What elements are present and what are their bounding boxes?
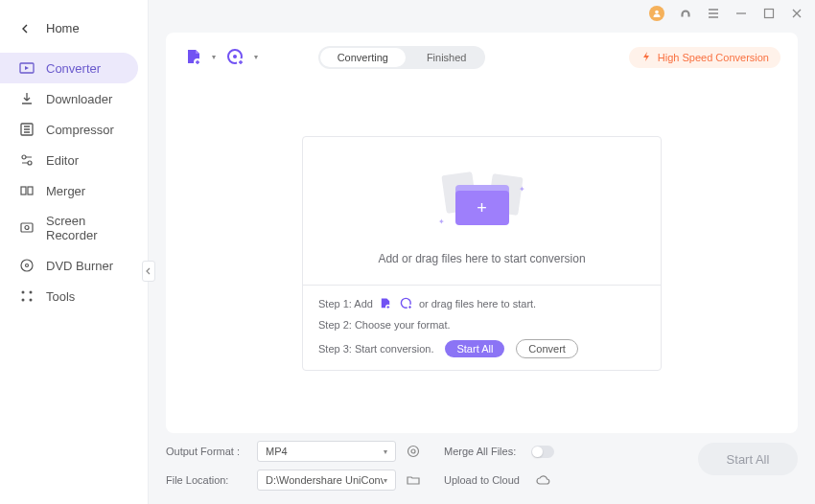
content-card: ▾ ▾ Converting Finished High Speed Conve… xyxy=(166,33,798,433)
cloud-icon[interactable] xyxy=(535,472,550,488)
svg-rect-5 xyxy=(28,187,33,195)
chevron-down-icon: ▾ xyxy=(254,53,258,61)
merge-toggle[interactable] xyxy=(531,446,554,458)
svg-point-13 xyxy=(30,299,33,302)
avatar-icon[interactable] xyxy=(649,6,664,21)
sidebar-item-merger[interactable]: Merger xyxy=(0,175,148,206)
sidebar-item-label: Screen Recorder xyxy=(46,214,128,242)
step-1-prefix: Step 1: Add xyxy=(318,298,373,309)
tools-icon xyxy=(19,288,35,304)
svg-point-24 xyxy=(411,449,415,453)
settings-icon[interactable] xyxy=(406,444,421,459)
sidebar-item-label: Editor xyxy=(46,153,79,168)
bottom-bar: Output Format : MP4 ▾ Merge All Files: F… xyxy=(166,441,798,491)
upload-cloud-label: Upload to Cloud xyxy=(444,474,520,486)
step-3-text: Step 3: Start conversion. xyxy=(318,343,433,355)
folder-illustration: + ✦ ✦ xyxy=(434,168,530,235)
dvd-icon xyxy=(19,258,35,273)
merge-label: Merge All Files: xyxy=(444,446,516,457)
drop-zone-steps: Step 1: Add or drag files here to start.… xyxy=(303,285,661,370)
output-format-select[interactable]: MP4 ▾ xyxy=(257,441,396,462)
svg-point-23 xyxy=(408,447,419,457)
start-all-hint-button[interactable]: Start All xyxy=(445,340,504,357)
card-toolbar: ▾ ▾ Converting Finished High Speed Conve… xyxy=(166,46,798,82)
chevron-down-icon: ▾ xyxy=(212,53,216,61)
svg-point-14 xyxy=(655,11,659,14)
svg-rect-15 xyxy=(764,10,773,18)
sidebar-item-compressor[interactable]: Compressor xyxy=(0,114,148,145)
svg-point-3 xyxy=(28,161,32,165)
sidebar-item-recorder[interactable]: Screen Recorder xyxy=(0,206,148,250)
maximize-icon[interactable] xyxy=(761,7,776,21)
drop-zone[interactable]: + ✦ ✦ Add or drag files here to start co… xyxy=(302,136,662,371)
sidebar-item-label: Merger xyxy=(46,184,85,198)
add-buttons: ▾ ▾ xyxy=(183,47,246,68)
sidebar-item-label: Downloader xyxy=(46,92,112,106)
merger-icon xyxy=(19,183,35,198)
file-location-label: File Location: xyxy=(166,474,247,486)
close-icon[interactable] xyxy=(789,7,803,21)
file-location-select[interactable]: D:\Wondershare UniConverter 1 ▾ xyxy=(257,470,396,491)
plus-icon: + xyxy=(477,198,487,218)
svg-rect-4 xyxy=(21,187,26,195)
convert-hint-button[interactable]: Convert xyxy=(516,339,578,358)
back-icon[interactable] xyxy=(19,22,33,35)
downloader-icon xyxy=(19,91,35,106)
minimize-icon[interactable] xyxy=(734,7,748,21)
sidebar-item-downloader[interactable]: Downloader xyxy=(0,83,148,114)
start-all-button[interactable]: Start All xyxy=(698,443,798,475)
svg-point-7 xyxy=(25,226,29,230)
editor-icon xyxy=(19,152,35,168)
step-1-suffix: or drag files here to start. xyxy=(419,298,536,309)
svg-point-10 xyxy=(22,291,25,294)
step-1: Step 1: Add or drag files here to start. xyxy=(318,297,645,310)
sidebar: Home Converter Downloader Compressor Edi… xyxy=(0,0,149,504)
compressor-icon xyxy=(19,122,35,137)
add-dvd-button[interactable]: ▾ xyxy=(225,47,246,68)
sidebar-item-tools[interactable]: Tools xyxy=(0,281,148,311)
svg-point-8 xyxy=(21,260,33,271)
high-speed-badge[interactable]: High Speed Conversion xyxy=(629,47,780,68)
drop-zone-upper: + ✦ ✦ Add or drag files here to start co… xyxy=(303,137,661,285)
tab-finished[interactable]: Finished xyxy=(408,46,486,69)
svg-point-9 xyxy=(26,264,29,267)
headset-icon[interactable] xyxy=(678,7,692,21)
svg-point-12 xyxy=(22,299,25,302)
drop-zone-text: Add or drag files here to start conversi… xyxy=(322,252,641,265)
chevron-down-icon: ▾ xyxy=(384,476,387,485)
sidebar-item-editor[interactable]: Editor xyxy=(0,145,148,175)
main: ▾ ▾ Converting Finished High Speed Conve… xyxy=(149,0,815,504)
titlebar xyxy=(149,0,815,25)
high-speed-label: High Speed Conversion xyxy=(658,52,769,63)
sidebar-item-dvd[interactable]: DVD Burner xyxy=(0,250,148,281)
recorder-icon xyxy=(19,220,35,236)
svg-point-2 xyxy=(22,155,26,159)
add-file-button[interactable]: ▾ xyxy=(183,47,204,68)
home-label[interactable]: Home xyxy=(46,21,80,35)
folder-open-icon[interactable] xyxy=(406,472,421,488)
tab-control: Converting Finished xyxy=(318,46,486,69)
menu-icon[interactable] xyxy=(706,7,720,21)
add-dvd-mini-icon xyxy=(400,297,413,310)
svg-point-18 xyxy=(233,55,237,58)
sparkle-icon: ✦ xyxy=(519,185,524,191)
step-2: Step 2: Choose your format. xyxy=(318,319,645,331)
file-location-value: D:\Wondershare UniConverter 1 xyxy=(266,474,384,486)
svg-point-11 xyxy=(30,291,33,294)
row-file-location: File Location: D:\Wondershare UniConvert… xyxy=(166,470,798,491)
sidebar-header: Home xyxy=(0,11,148,53)
sidebar-item-label: DVD Burner xyxy=(46,259,113,273)
sparkle-icon: ✦ xyxy=(438,218,444,223)
collapse-handle[interactable] xyxy=(142,261,155,282)
bolt-icon xyxy=(640,51,652,64)
sidebar-item-converter[interactable]: Converter xyxy=(0,53,138,83)
step-3: Step 3: Start conversion. Start All Conv… xyxy=(318,339,645,358)
output-format-label: Output Format : xyxy=(166,446,247,457)
add-file-mini-icon xyxy=(379,297,392,310)
sidebar-item-label: Compressor xyxy=(46,123,114,137)
output-format-value: MP4 xyxy=(266,446,288,457)
tab-converting[interactable]: Converting xyxy=(320,48,406,67)
converter-icon xyxy=(19,60,35,76)
chevron-down-icon: ▾ xyxy=(384,447,387,456)
sidebar-item-label: Tools xyxy=(46,289,75,304)
